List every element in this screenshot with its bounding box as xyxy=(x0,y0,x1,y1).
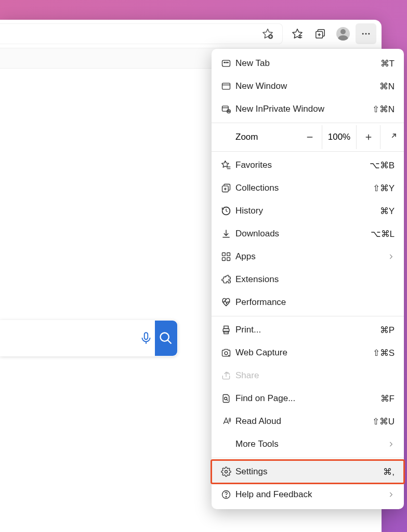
label: History xyxy=(235,206,380,216)
svg-line-16 xyxy=(168,340,172,344)
printer-icon xyxy=(221,325,235,335)
apps-icon xyxy=(221,251,235,262)
label: Settings xyxy=(235,467,383,477)
download-icon xyxy=(221,229,235,239)
menu-performance[interactable]: Performance xyxy=(212,291,404,314)
svg-rect-17 xyxy=(222,60,230,66)
history-icon xyxy=(221,206,235,216)
svg-rect-13 xyxy=(145,332,148,339)
zoom-value: 100% xyxy=(322,125,356,149)
svg-point-12 xyxy=(368,33,370,35)
menu-print[interactable]: Print... ⌘P xyxy=(212,318,404,341)
menu-more-tools[interactable]: More Tools xyxy=(212,433,404,456)
search-input[interactable] xyxy=(0,321,137,356)
svg-point-20 xyxy=(228,62,229,63)
menu-downloads[interactable]: Downloads ⌥⌘L xyxy=(212,222,404,245)
pulse-icon xyxy=(221,297,235,308)
menu-extensions[interactable]: Extensions xyxy=(212,268,404,291)
label: Favorites xyxy=(235,160,370,170)
svg-point-19 xyxy=(226,62,227,63)
svg-rect-44 xyxy=(227,258,230,261)
menu-new-window[interactable]: New Window ⌘N xyxy=(212,75,404,98)
inprivate-icon xyxy=(221,104,235,114)
label: Web Capture xyxy=(235,348,373,358)
star-lines-icon xyxy=(221,160,235,170)
label: New Tab xyxy=(235,58,380,69)
settings-menu: New Tab ⌘T New Window ⌘N New InPrivate W… xyxy=(212,49,404,509)
chevron-right-icon xyxy=(387,253,395,260)
svg-rect-41 xyxy=(222,253,226,256)
help-icon xyxy=(221,489,235,500)
window-icon xyxy=(221,81,235,91)
menu-apps[interactable]: Apps xyxy=(212,245,404,268)
menu-collections[interactable]: Collections ⇧⌘Y xyxy=(212,177,404,200)
shortcut: ⌥⌘L xyxy=(371,229,395,240)
shortcut: ⇧⌘S xyxy=(373,348,395,358)
svg-line-51 xyxy=(227,400,228,401)
search-button[interactable] xyxy=(155,321,177,356)
find-icon xyxy=(221,393,235,404)
svg-point-53 xyxy=(225,471,228,473)
menu-new-tab[interactable]: New Tab ⌘T xyxy=(212,52,404,75)
menu-history[interactable]: History ⌘Y xyxy=(212,200,404,222)
avatar-icon xyxy=(336,27,350,41)
read-aloud-icon xyxy=(221,416,235,427)
svg-marker-32 xyxy=(222,161,229,168)
menu-new-inprivate[interactable]: New InPrivate Window ⇧⌘N xyxy=(212,98,404,121)
voice-search-button[interactable] xyxy=(137,321,155,356)
zoom-out-button[interactable] xyxy=(298,125,322,149)
menu-zoom: Zoom 100% xyxy=(212,125,404,149)
favorites-icon[interactable] xyxy=(287,23,308,44)
address-bar[interactable] xyxy=(0,23,283,44)
chevron-right-icon xyxy=(387,491,395,498)
shortcut: ⌘T xyxy=(380,58,395,69)
shortcut: ⌘N xyxy=(379,81,395,92)
svg-point-27 xyxy=(229,111,230,112)
shortcut: ⌘, xyxy=(383,467,395,477)
svg-rect-43 xyxy=(222,258,226,261)
svg-rect-42 xyxy=(227,253,230,256)
add-favorite-icon[interactable] xyxy=(257,23,278,44)
gear-icon xyxy=(221,467,235,477)
label: Print... xyxy=(235,325,380,335)
menu-web-capture[interactable]: Web Capture ⇧⌘S xyxy=(212,341,404,364)
label: Read Aloud xyxy=(235,416,372,427)
shortcut: ⇧⌘U xyxy=(372,416,395,427)
menu-find[interactable]: Find on Page... ⌘F xyxy=(212,387,404,410)
label: Performance xyxy=(235,297,395,308)
menu-settings[interactable]: Settings ⌘, xyxy=(212,460,404,483)
menu-share: Share xyxy=(212,364,404,387)
svg-point-10 xyxy=(362,33,364,35)
svg-rect-21 xyxy=(222,83,230,89)
menu-help[interactable]: Help and Feedback xyxy=(212,483,404,506)
label: Extensions xyxy=(235,274,395,285)
search-bar xyxy=(0,320,178,356)
shortcut: ⌘F xyxy=(380,393,395,404)
label: Downloads xyxy=(235,229,371,239)
svg-point-11 xyxy=(365,33,367,35)
share-icon xyxy=(221,370,235,381)
collections-icon[interactable] xyxy=(310,23,331,44)
zoom-label: Zoom xyxy=(235,132,298,142)
label: Apps xyxy=(235,251,387,262)
svg-rect-47 xyxy=(224,331,228,334)
svg-point-18 xyxy=(224,62,225,63)
more-button[interactable] xyxy=(356,23,376,44)
shortcut: ⌥⌘B xyxy=(370,160,395,171)
label: Collections xyxy=(235,183,373,193)
shortcut: ⌘Y xyxy=(380,206,395,217)
menu-favorites[interactable]: Favorites ⌥⌘B xyxy=(212,154,404,177)
menu-read-aloud[interactable]: Read Aloud ⇧⌘U xyxy=(212,410,404,433)
svg-rect-46 xyxy=(224,326,228,329)
label: Share xyxy=(235,370,395,381)
svg-point-15 xyxy=(161,333,169,341)
profile-button[interactable] xyxy=(333,23,353,44)
label: Find on Page... xyxy=(235,393,380,404)
shortcut: ⇧⌘N xyxy=(372,104,395,115)
fullscreen-button[interactable] xyxy=(380,125,404,149)
new-tab-icon xyxy=(221,58,235,69)
svg-line-31 xyxy=(392,134,396,138)
zoom-in-button[interactable] xyxy=(356,125,380,149)
label: More Tools xyxy=(235,439,387,449)
puzzle-icon xyxy=(221,274,235,285)
